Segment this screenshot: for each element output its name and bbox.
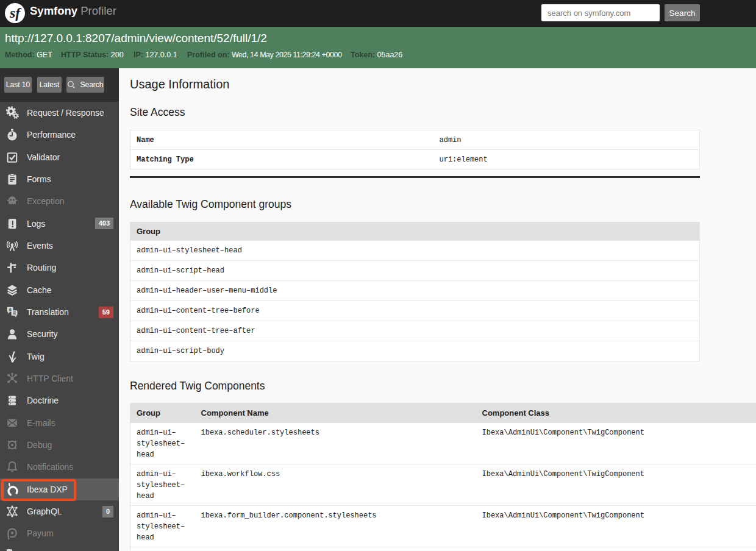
svg-text:sf: sf	[9, 5, 21, 21]
